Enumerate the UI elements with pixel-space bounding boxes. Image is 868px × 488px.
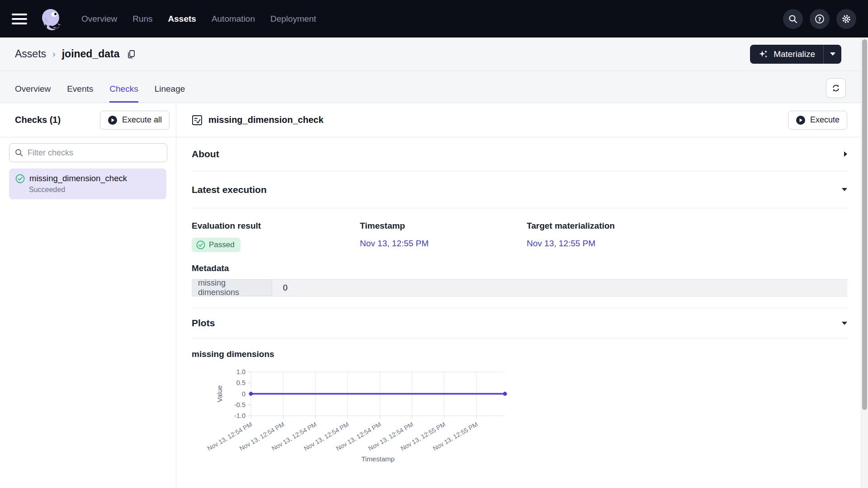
- copy-icon: [126, 49, 136, 59]
- chevron-down-icon: [830, 52, 835, 56]
- gear-icon: [841, 14, 852, 24]
- section-about[interactable]: About: [192, 137, 847, 171]
- tab-lineage[interactable]: Lineage: [155, 84, 185, 103]
- x-axis-title: Timestamp: [361, 455, 395, 463]
- svg-text:0: 0: [242, 390, 245, 398]
- about-heading: About: [192, 149, 219, 160]
- check-item-name: missing_dimension_check: [29, 174, 127, 183]
- breadcrumb-separator: ›: [52, 49, 56, 59]
- svg-text:-1.0: -1.0: [234, 412, 245, 419]
- execute-button[interactable]: Execute: [788, 111, 847, 130]
- hamburger-menu-icon[interactable]: [12, 14, 27, 24]
- evaluation-result-label: Evaluation result: [192, 221, 360, 231]
- page-header: Assets › joined_data Materialize: [0, 38, 868, 103]
- page-title: joined_data: [62, 48, 120, 60]
- play-circle-icon: [108, 115, 118, 125]
- section-plots[interactable]: Plots: [192, 308, 847, 338]
- metadata-table: missing dimensions 0: [192, 279, 847, 296]
- status-badge-label: Passed: [209, 240, 235, 249]
- timestamp-link[interactable]: Nov 13, 12:55 PM: [360, 239, 527, 249]
- help-icon: ?: [814, 14, 825, 24]
- execute-all-label: Execute all: [122, 115, 162, 125]
- metadata-heading: Metadata: [192, 263, 847, 273]
- chevron-right-icon: [844, 151, 847, 157]
- nav-item-automation[interactable]: Automation: [212, 14, 255, 24]
- search-icon: [14, 148, 24, 157]
- breadcrumb-assets-link[interactable]: Assets: [15, 48, 46, 60]
- plot-point-first: [249, 392, 253, 396]
- target-materialization-link[interactable]: Nov 13, 12:55 PM: [527, 239, 615, 249]
- nav-item-assets[interactable]: Assets: [168, 14, 196, 24]
- play-circle-icon: [796, 115, 806, 125]
- search-button[interactable]: [783, 9, 803, 29]
- chevron-down-icon: [842, 322, 847, 325]
- svg-text:1.0: 1.0: [236, 368, 245, 375]
- missing-dimensions-chart: 1.00.50-0.5-1.0Nov 13, 12:54 PMNov 13, 1…: [192, 366, 847, 474]
- plots-heading: Plots: [192, 318, 215, 328]
- status-badge: Passed: [192, 238, 241, 252]
- check-list-item[interactable]: missing_dimension_check Succeeded: [9, 169, 166, 199]
- checks-sidebar: Checks (1) Execute all m: [0, 103, 176, 488]
- settings-button[interactable]: [836, 9, 856, 29]
- timestamp-label: Timestamp: [360, 221, 527, 231]
- tab-overview[interactable]: Overview: [15, 84, 51, 103]
- tab-events[interactable]: Events: [67, 84, 93, 103]
- materialize-dropdown-button[interactable]: [823, 45, 841, 64]
- check-title: missing_dimension_check: [208, 115, 324, 125]
- target-materialization-label: Target materialization: [527, 221, 615, 231]
- materialize-label: Materialize: [774, 49, 815, 59]
- sparkles-icon: [758, 49, 769, 60]
- latest-execution-heading: Latest execution: [192, 184, 267, 195]
- check-success-icon: [196, 240, 205, 249]
- refresh-button[interactable]: [826, 78, 846, 98]
- copy-asset-name-button[interactable]: [126, 49, 136, 59]
- vertical-scrollbar-track[interactable]: [861, 38, 868, 488]
- asset-tabs: Overview Events Checks Lineage: [0, 71, 868, 103]
- checks-count-title: Checks (1): [15, 115, 61, 125]
- metadata-key: missing dimensions: [192, 280, 272, 296]
- chevron-down-icon: [842, 188, 847, 191]
- refresh-icon: [831, 84, 840, 93]
- plot-point-last: [503, 392, 507, 396]
- line-chart-svg: 1.00.50-0.5-1.0Nov 13, 12:54 PMNov 13, 1…: [192, 366, 544, 472]
- check-success-icon: [15, 174, 25, 183]
- section-latest-execution[interactable]: Latest execution: [192, 171, 847, 208]
- top-nav: Overview Runs Assets Automation Deployme…: [0, 0, 868, 38]
- execute-all-button[interactable]: Execute all: [100, 111, 170, 130]
- metadata-value: 0: [272, 280, 847, 296]
- svg-text:0.5: 0.5: [236, 379, 245, 386]
- nav-item-overview[interactable]: Overview: [81, 14, 117, 24]
- latest-execution-body: Evaluation result Passed Timestamp Nov 1…: [192, 208, 847, 308]
- vertical-scrollbar-thumb[interactable]: [862, 39, 867, 410]
- dagster-logo-icon[interactable]: [39, 7, 63, 31]
- breadcrumb: Assets › joined_data Materialize: [0, 38, 868, 71]
- check-square-icon: [192, 115, 203, 126]
- tab-checks[interactable]: Checks: [109, 84, 138, 103]
- check-item-status: Succeeded: [29, 186, 160, 194]
- svg-text:-0.5: -0.5: [234, 401, 245, 408]
- primary-nav: Overview Runs Assets Automation Deployme…: [81, 14, 316, 24]
- filter-checks-input[interactable]: [9, 143, 167, 162]
- materialize-button[interactable]: Materialize: [750, 45, 841, 64]
- svg-text:?: ?: [818, 15, 821, 22]
- check-detail-panel: missing_dimension_check Execute About La…: [176, 103, 868, 488]
- help-button[interactable]: ?: [810, 9, 830, 29]
- plots-body: missing dimensions 1.00.50-0.5-1.0Nov 13…: [192, 338, 847, 474]
- plot-title: missing dimensions: [192, 349, 847, 359]
- nav-item-runs[interactable]: Runs: [132, 14, 152, 24]
- y-axis-title: Value: [216, 385, 223, 402]
- search-icon: [788, 14, 798, 24]
- nav-item-deployment[interactable]: Deployment: [270, 14, 316, 24]
- execute-label: Execute: [810, 115, 840, 125]
